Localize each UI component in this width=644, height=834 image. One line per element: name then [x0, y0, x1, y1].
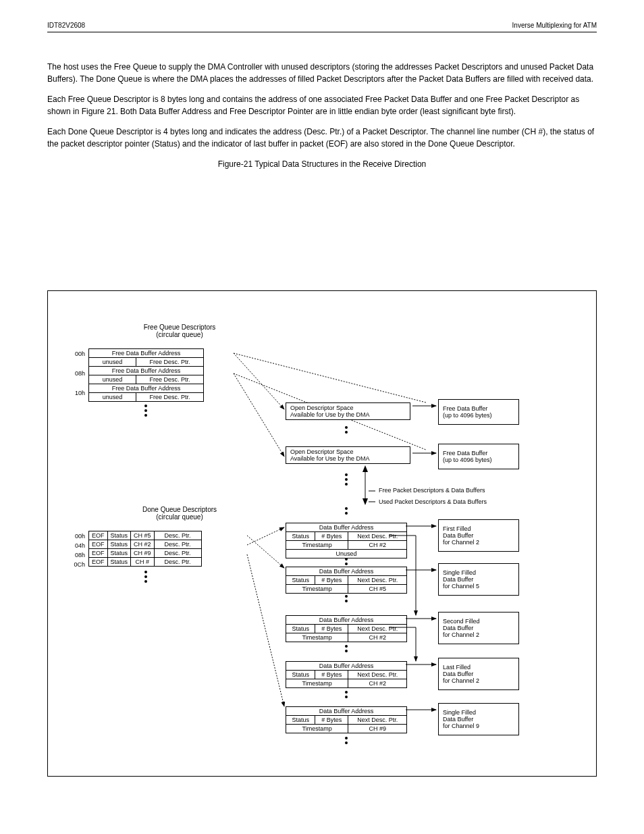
- svg-line-1: [234, 353, 284, 409]
- svg-marker-18: [363, 465, 368, 472]
- body-text: The host uses the Free Queue to supply t…: [47, 61, 597, 178]
- fq-offset-2: 10h: [65, 390, 85, 396]
- dq-offset-3: 0Ch: [65, 561, 85, 568]
- svg-line-7: [247, 527, 284, 545]
- svg-line-0: [234, 353, 426, 402]
- free-queue-block: Free Data Buffer Address unusedFree Desc…: [88, 348, 204, 417]
- table-row: EOFStatusCH #9Desc. Ptr.: [89, 549, 202, 558]
- free-buf-1: Free Data Buffer (up to 4096 bytes): [438, 399, 519, 425]
- dq-offset-1: 04h: [65, 542, 85, 549]
- filled-buf-3: Second Filled Data Buffer for Channel 2: [438, 612, 519, 644]
- filled-buf-1: First Filled Data Buffer for Channel 2: [438, 519, 519, 552]
- done-queue-block: EOFStatusCH #5Desc. Ptr. EOFStatusCH #2D…: [88, 531, 203, 583]
- paragraph-3: Each Done Queue Descriptor is 4 bytes lo…: [47, 126, 597, 150]
- free-queue-row-0: Free Data Buffer Address unusedFree Desc…: [88, 348, 204, 367]
- packet-desc-4: Data Buffer Address Status# BytesNext De…: [286, 661, 407, 688]
- packet-desc-3: Data Buffer Address Status# BytesNext De…: [286, 615, 407, 642]
- packet-desc-1: Data Buffer Address Status# BytesNext De…: [286, 523, 407, 558]
- table-row: EOFStatusCH #2Desc. Ptr.: [89, 540, 202, 549]
- free-queue-row-2: Free Data Buffer Address unusedFree Desc…: [88, 384, 204, 402]
- dq-offset-0: 00h: [65, 533, 85, 540]
- figure-caption: Figure-21 Typical Data Structures in the…: [47, 158, 597, 170]
- legend-used: Used Packet Descriptors & Data Buffers: [379, 498, 487, 505]
- filled-buf-4: Last Filled Data Buffer for Channel 2: [438, 658, 519, 690]
- table-row: EOFStatusCH #5Desc. Ptr.: [89, 531, 202, 540]
- paragraph-2: Each Free Queue Descriptor is 8 bytes lo…: [47, 93, 597, 118]
- done-queue-title: Done Queue Descriptors (circular queue): [119, 506, 240, 521]
- dq-offset-2: 08h: [65, 552, 85, 558]
- table-row: EOFStatusCH #Desc. Ptr.: [89, 558, 202, 567]
- free-queue-title: Free Queue Descriptors (circular queue): [119, 323, 240, 338]
- open-desc-2: Open Descriptor Space Available for Use …: [286, 446, 410, 464]
- free-queue-row-1: Free Data Buffer Address unusedFree Desc…: [88, 366, 204, 384]
- svg-line-3: [234, 373, 284, 457]
- svg-marker-19: [363, 498, 368, 505]
- figure-diagram: Free Queue Descriptors (circular queue) …: [47, 290, 597, 777]
- svg-line-8: [247, 554, 284, 706]
- svg-line-6: [247, 536, 284, 568]
- legend-free: Free Packet Descriptors & Data Buffers: [379, 487, 485, 494]
- packet-desc-5: Data Buffer Address Status# BytesNext De…: [286, 706, 407, 733]
- fq-offset-0: 00h: [65, 350, 85, 357]
- product-id: IDT82V2608: [47, 22, 85, 29]
- filled-buf-2: Single Filled Data Buffer for Channel 5: [438, 563, 519, 596]
- doc-title: Inverse Multiplexing for ATM: [512, 22, 597, 29]
- filled-buf-5: Single Filled Data Buffer for Channel 9: [438, 703, 519, 735]
- free-buf-2: Free Data Buffer (up to 4096 bytes): [438, 444, 519, 469]
- open-desc-1: Open Descriptor Space Available for Use …: [286, 402, 410, 420]
- fq-offset-1: 08h: [65, 370, 85, 377]
- page-header: IDT82V2608 Inverse Multiplexing for ATM: [47, 22, 597, 32]
- paragraph-1: The host uses the Free Queue to supply t…: [47, 61, 597, 85]
- packet-desc-2: Data Buffer Address Status# BytesNext De…: [286, 567, 407, 594]
